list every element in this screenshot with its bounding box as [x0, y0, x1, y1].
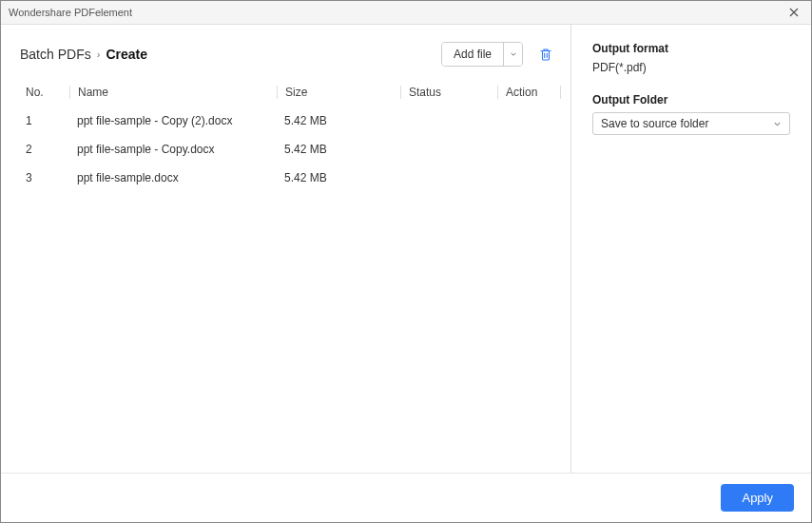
- side-panel: Output format PDF(*.pdf) Output Folder S…: [571, 25, 811, 473]
- cell-action: [497, 143, 561, 156]
- main-panel: Batch PDFs › Create Add file: [1, 25, 571, 473]
- cell-size: 5.42 MB: [277, 171, 400, 184]
- cell-status: [400, 114, 497, 127]
- footer: Apply: [1, 473, 811, 522]
- toolbar-right: Add file: [441, 42, 555, 67]
- cell-size: 5.42 MB: [277, 143, 400, 156]
- titlebar: Wondershare PDFelement: [1, 1, 811, 25]
- col-header-name: Name: [69, 86, 277, 99]
- cell-name: ppt file-sample - Copy.docx: [69, 143, 277, 156]
- breadcrumb-row: Batch PDFs › Create Add file: [20, 42, 561, 67]
- cell-action: [497, 171, 561, 184]
- col-header-action: Action: [497, 86, 561, 99]
- output-folder-selected: Save to source folder: [601, 117, 708, 130]
- breadcrumb: Batch PDFs › Create: [20, 47, 147, 62]
- col-header-no: No.: [20, 86, 69, 99]
- table-header: No. Name Size Status Action: [20, 80, 561, 105]
- trash-icon: [538, 47, 553, 62]
- output-folder-select[interactable]: Save to source folder: [592, 112, 790, 135]
- table-row[interactable]: 2 ppt file-sample - Copy.docx 5.42 MB: [20, 135, 561, 164]
- cell-no: 3: [20, 171, 69, 184]
- cell-name: ppt file-sample.docx: [69, 171, 277, 184]
- breadcrumb-current: Create: [106, 47, 147, 62]
- close-icon: [789, 8, 799, 17]
- cell-action: [497, 114, 561, 127]
- breadcrumb-root[interactable]: Batch PDFs: [20, 47, 91, 62]
- cell-no: 2: [20, 143, 69, 156]
- output-folder-label: Output Folder: [592, 93, 790, 107]
- add-file-button[interactable]: Add file: [442, 43, 503, 66]
- delete-button[interactable]: [536, 45, 555, 64]
- cell-no: 1: [20, 114, 69, 127]
- chevron-right-icon: ›: [97, 48, 101, 60]
- output-format-value: PDF(*.pdf): [592, 61, 790, 74]
- close-button[interactable]: [784, 3, 803, 22]
- apply-button[interactable]: Apply: [721, 484, 794, 512]
- content: Batch PDFs › Create Add file: [1, 25, 811, 473]
- output-format-label: Output format: [592, 42, 790, 55]
- table-row[interactable]: 1 ppt file-sample - Copy (2).docx 5.42 M…: [20, 107, 561, 135]
- add-file-group: Add file: [441, 42, 523, 67]
- chevron-down-icon: [773, 120, 782, 128]
- add-file-dropdown[interactable]: [503, 43, 522, 66]
- table-row[interactable]: 3 ppt file-sample.docx 5.42 MB: [20, 164, 561, 192]
- window-title: Wondershare PDFelement: [9, 7, 132, 18]
- col-header-size: Size: [277, 86, 400, 99]
- cell-status: [400, 171, 497, 184]
- cell-name: ppt file-sample - Copy (2).docx: [69, 114, 277, 127]
- cell-size: 5.42 MB: [277, 114, 400, 127]
- app-window: Wondershare PDFelement Batch PDFs › Crea…: [0, 0, 812, 523]
- col-header-status: Status: [400, 86, 497, 99]
- table-body: 1 ppt file-sample - Copy (2).docx 5.42 M…: [20, 107, 561, 192]
- chevron-down-icon: [510, 50, 517, 58]
- cell-status: [400, 143, 497, 156]
